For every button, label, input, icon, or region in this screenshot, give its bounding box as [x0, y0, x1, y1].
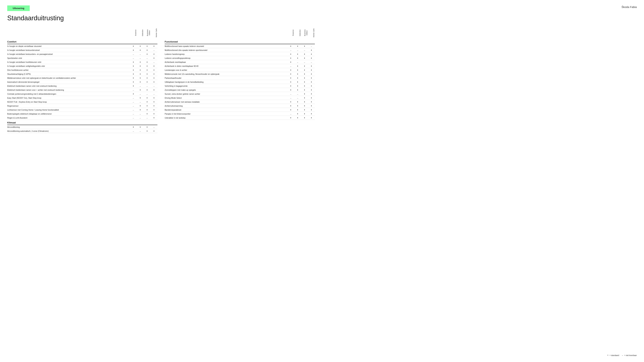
feature-row: Sunset, extra donker getinte ramen achte… — [165, 92, 315, 96]
cell-dot — [294, 84, 301, 87]
cell-dot — [308, 69, 315, 71]
cell-dot — [144, 65, 150, 67]
cell-dash — [294, 61, 301, 63]
cell-dash — [144, 92, 150, 95]
cell-dash — [130, 116, 137, 119]
cell-dot — [301, 84, 308, 87]
cell-dash — [137, 100, 144, 103]
cell-dot — [144, 76, 150, 79]
cell-dot — [301, 69, 308, 71]
cell-dot — [144, 112, 150, 115]
cell-dash — [130, 53, 137, 55]
cell-dot — [144, 100, 150, 103]
cell-dash — [137, 112, 144, 115]
cell-dash — [150, 84, 158, 87]
feature-name: Middenarmsteun vóór met opbergvak en bek… — [7, 77, 128, 79]
feature-name: Leeslampjes voor & achter — [165, 69, 286, 71]
feature-cells — [286, 92, 315, 95]
col-header: Essence — [130, 27, 137, 38]
cell-dot — [150, 96, 158, 99]
right-column: EssenceSelectionBusiness EditionMonte Ca… — [165, 27, 315, 133]
section-heading-label: Comfort — [7, 40, 128, 43]
cell-dot — [301, 96, 308, 99]
cell-dash — [150, 126, 158, 128]
cell-dash — [287, 96, 294, 99]
cell-dash — [294, 49, 301, 51]
feature-name: Lederen handremgreep — [165, 53, 286, 55]
feature-cells — [286, 53, 315, 55]
cell-dot — [301, 92, 308, 95]
cell-dot — [308, 92, 315, 95]
cell-dot — [144, 53, 150, 55]
cell-dot — [301, 53, 308, 55]
feature-name: Bandenreparatieset — [165, 109, 286, 111]
feature-name: Uitklapbare handgrepen in de hemelbekled… — [165, 81, 286, 83]
feature-row: Airconditioning — [7, 125, 158, 129]
feature-name: Sportstoelen vóór — [7, 57, 128, 59]
feature-row: Verlichting in bagageruimte — [165, 84, 315, 88]
cell-dot — [144, 108, 150, 111]
left-column: EssenceSelectionBusiness EditionMonte Ca… — [7, 27, 158, 133]
feature-name: In hoogte verstelbare bestuurdersstoel — [7, 49, 128, 51]
feature-cells — [128, 69, 158, 71]
feature-name: Achterruitenwisser met wis/was installat… — [165, 101, 286, 103]
feature-cells — [128, 104, 158, 107]
feature-name: Buitenspiegels elektrisch inklapbaar en … — [7, 113, 128, 115]
cell-dot — [301, 100, 308, 103]
feature-row: Elektrisch bedienbare ramen voor + achte… — [7, 88, 158, 92]
cell-dot — [294, 108, 301, 111]
cell-dot — [287, 84, 294, 87]
cell-dot — [144, 69, 150, 71]
cell-dash — [150, 61, 158, 63]
cell-dot — [287, 53, 294, 55]
section-heading: Comfort — [7, 39, 158, 44]
feature-row: Middenconsole met 12v aansluiting, fless… — [165, 72, 315, 76]
cell-dot — [144, 104, 150, 107]
feature-cells — [128, 96, 158, 99]
cell-dot — [301, 116, 308, 119]
cell-dot — [144, 80, 150, 83]
feature-cells — [128, 49, 158, 51]
feature-row: Sportstoelen vóór — [7, 56, 158, 60]
cell-dot — [301, 45, 308, 48]
cell-dot — [287, 76, 294, 79]
cell-dot — [130, 76, 137, 79]
feature-name: In hoogte verstelbare hoofdsteunen vóór — [7, 61, 128, 63]
cell-dot — [308, 73, 315, 75]
feature-cells — [286, 112, 315, 115]
feature-name: Elektrisch bedienbare ramen vóór met one… — [7, 85, 128, 87]
cell-dot — [150, 65, 158, 67]
cell-dot — [137, 108, 144, 111]
feature-row: Driving Mode Select — [165, 96, 315, 100]
col-header: Business Edition — [301, 27, 308, 38]
feature-name: Driving Mode Select — [165, 97, 286, 99]
feature-cells — [286, 96, 315, 99]
cell-dot — [144, 45, 150, 48]
cell-dot — [287, 61, 294, 63]
cell-dot — [294, 116, 301, 119]
feature-row: Regen & Licht Assistent — [7, 116, 158, 120]
feature-cells — [286, 61, 315, 63]
page-title: Standaarduitrusting — [7, 14, 315, 22]
col-header: Monte Carlo — [308, 27, 315, 38]
feature-row: In hoogte verstelbare bestuurders- en pa… — [7, 52, 158, 56]
cell-dot — [294, 57, 301, 59]
cell-dot — [308, 112, 315, 115]
cell-dot — [150, 130, 158, 132]
feature-name: Automatisch dimmende binnenspiegel — [7, 81, 128, 83]
cell-dot — [294, 65, 301, 67]
feature-name: Regensensor — [7, 105, 128, 107]
cell-dot — [137, 45, 144, 48]
cell-dash — [287, 49, 294, 51]
cell-dot — [130, 84, 137, 87]
cell-dot — [301, 57, 308, 59]
feature-cells — [128, 92, 158, 95]
cell-dot — [308, 76, 315, 79]
cell-dash — [308, 61, 315, 63]
cell-dot — [137, 61, 144, 63]
header-badge: Uitvoering — [7, 5, 30, 11]
col-header: Selection — [294, 27, 301, 38]
cell-dot — [301, 88, 308, 91]
col-header: Monte Carlo — [150, 27, 158, 38]
feature-name: Middenconsole met 12v aansluiting, fless… — [165, 73, 286, 75]
